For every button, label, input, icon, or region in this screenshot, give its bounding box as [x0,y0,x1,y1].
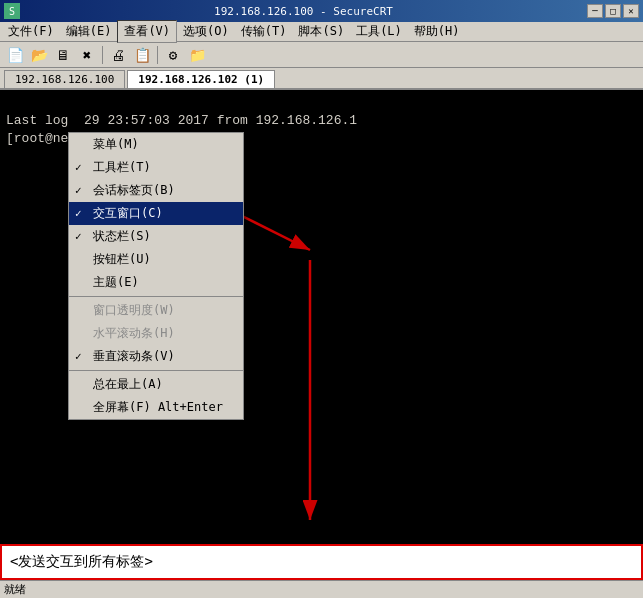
toolbar-copy[interactable]: 📋 [131,44,153,66]
toolbar-print[interactable]: 🖨 [107,44,129,66]
menu-options[interactable]: 选项(O) [177,21,235,42]
toolbar-sftp[interactable]: 📁 [186,44,208,66]
toolbar-separator-2 [157,46,158,64]
toolbar-connect[interactable]: 🖥 [52,44,74,66]
title-bar-icon: S [4,3,20,19]
menu-view[interactable]: 查看(V) [117,20,177,43]
dropdown-separator-2 [69,370,243,371]
tab-session-2[interactable]: 192.168.126.102 (1) [127,70,275,88]
toolbar-disconnect[interactable]: ✖ [76,44,98,66]
view-dropdown-menu: 菜单(M) ✓ 工具栏(T) ✓ 会话标签页(B) ✓ 交互窗口(C) ✓ 状态… [68,132,244,420]
tab-bar: 192.168.126.100 192.168.126.102 (1) [0,68,643,90]
status-text: 就绪 [4,582,26,597]
menu-edit[interactable]: 编辑(E) [60,21,118,42]
tab-session-1[interactable]: 192.168.126.100 [4,70,125,88]
menu-transfer[interactable]: 传输(T) [235,21,293,42]
check-sessiontabs: ✓ [75,184,82,197]
menu-item-vscroll[interactable]: ✓ 垂直滚动条(V) [69,345,243,368]
status-bar: 就绪 [0,580,643,598]
minimize-button[interactable]: ─ [587,4,603,18]
check-statusbar: ✓ [75,230,82,243]
menu-help[interactable]: 帮助(H) [408,21,466,42]
menu-item-menubar[interactable]: 菜单(M) [69,133,243,156]
menu-file[interactable]: 文件(F) [2,21,60,42]
menu-tools[interactable]: 工具(L) [350,21,408,42]
toolbar-open[interactable]: 📂 [28,44,50,66]
menu-item-buttonbar[interactable]: 按钮栏(U) [69,248,243,271]
check-vscroll: ✓ [75,350,82,363]
menu-bar: 文件(F) 编辑(E) 查看(V) 选项(O) 传输(T) 脚本(S) 工具(L… [0,22,643,42]
menu-item-statusbar[interactable]: ✓ 状态栏(S) [69,225,243,248]
toolbar-separator-1 [102,46,103,64]
title-bar-text: 192.168.126.100 - SecureCRT [20,5,587,18]
menu-item-hscroll: 水平滚动条(H) [69,322,243,345]
menu-item-fullscreen[interactable]: 全屏幕(F) Alt+Enter [69,396,243,419]
terminal-line-2: [root@ne [6,131,68,146]
menu-script[interactable]: 脚本(S) [292,21,350,42]
menu-item-theme[interactable]: 主题(E) [69,271,243,294]
menu-item-transparency: 窗口透明度(W) [69,299,243,322]
menu-item-alwaysontop[interactable]: 总在最上(A) [69,373,243,396]
dropdown-separator-1 [69,296,243,297]
title-bar: S 192.168.126.100 - SecureCRT ─ □ ✕ [0,0,643,22]
toolbar: 📄 📂 🖥 ✖ 🖨 📋 ⚙ 📁 [0,42,643,68]
check-toolbar: ✓ [75,161,82,174]
maximize-button[interactable]: □ [605,4,621,18]
menu-item-interact[interactable]: ✓ 交互窗口(C) [69,202,243,225]
close-button[interactable]: ✕ [623,4,639,18]
interact-bar-text: <发送交互到所有标签> [10,553,153,571]
interact-bar[interactable]: <发送交互到所有标签> [0,544,643,580]
toolbar-new[interactable]: 📄 [4,44,26,66]
main-content: Last log 29 23:57:03 2017 from 192.168.1… [0,90,643,580]
terminal-line-1: Last log 29 23:57:03 2017 from 192.168.1… [6,113,357,128]
menu-item-sessiontabs[interactable]: ✓ 会话标签页(B) [69,179,243,202]
toolbar-settings[interactable]: ⚙ [162,44,184,66]
title-bar-buttons: ─ □ ✕ [587,4,639,18]
check-interact: ✓ [75,207,82,220]
menu-item-toolbar[interactable]: ✓ 工具栏(T) [69,156,243,179]
